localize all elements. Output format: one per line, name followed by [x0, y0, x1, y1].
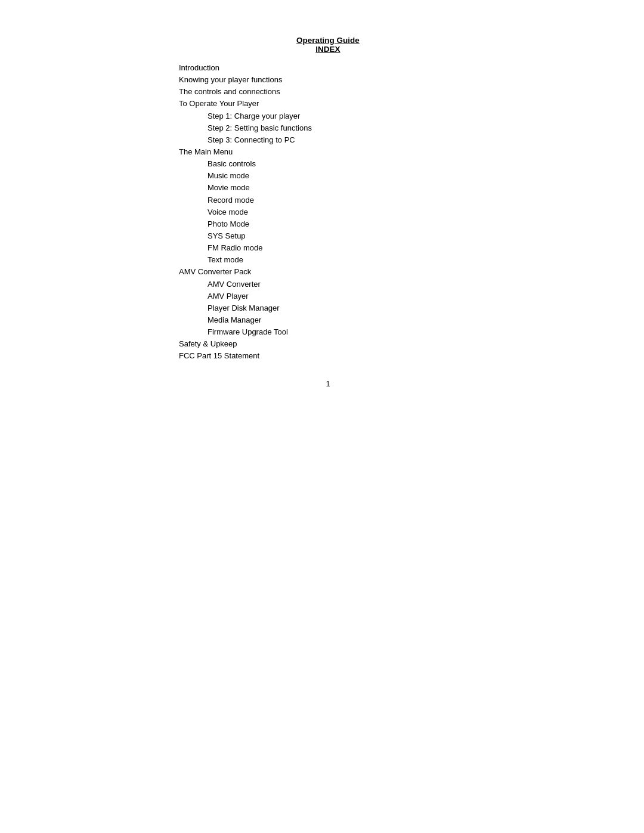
index-entry: Step 1: Charge your player: [179, 110, 477, 122]
index-entry: Basic controls: [179, 158, 477, 170]
title-line1: Operating Guide: [179, 36, 477, 45]
index-list: IntroductionKnowing your player function…: [179, 62, 477, 363]
index-entry: Safety & Upkeep: [179, 338, 477, 350]
title-block: Operating Guide INDEX: [179, 36, 477, 54]
index-entry: Introduction: [179, 62, 477, 74]
index-entry: Movie mode: [179, 182, 477, 194]
index-entry: FM Radio mode: [179, 242, 477, 254]
index-entry: Step 2: Setting basic functions: [179, 122, 477, 134]
index-entry: Music mode: [179, 170, 477, 182]
index-entry: FCC Part 15 Statement: [179, 350, 477, 362]
index-entry: The Main Menu: [179, 146, 477, 158]
index-entry: AMV Converter: [179, 278, 477, 290]
index-entry: AMV Converter Pack: [179, 266, 477, 278]
index-entry: Media Manager: [179, 314, 477, 326]
index-entry: Knowing your player functions: [179, 74, 477, 86]
page: Operating Guide INDEX IntroductionKnowin…: [0, 0, 644, 833]
index-entry: Record mode: [179, 194, 477, 206]
index-entry: SYS Setup: [179, 230, 477, 242]
index-entry: Step 3: Connecting to PC: [179, 134, 477, 146]
index-entry: To Operate Your Player: [179, 98, 477, 110]
index-entry: Player Disk Manager: [179, 302, 477, 314]
index-entry: Text mode: [179, 254, 477, 266]
index-entry: AMV Player: [179, 290, 477, 302]
page-number: 1: [179, 379, 477, 388]
index-entry: The controls and connections: [179, 86, 477, 98]
title-line2: INDEX: [179, 45, 477, 54]
index-entry: Firmware Upgrade Tool: [179, 326, 477, 338]
content-area: Operating Guide INDEX IntroductionKnowin…: [179, 36, 477, 388]
index-entry: Voice mode: [179, 206, 477, 218]
index-entry: Photo Mode: [179, 218, 477, 230]
